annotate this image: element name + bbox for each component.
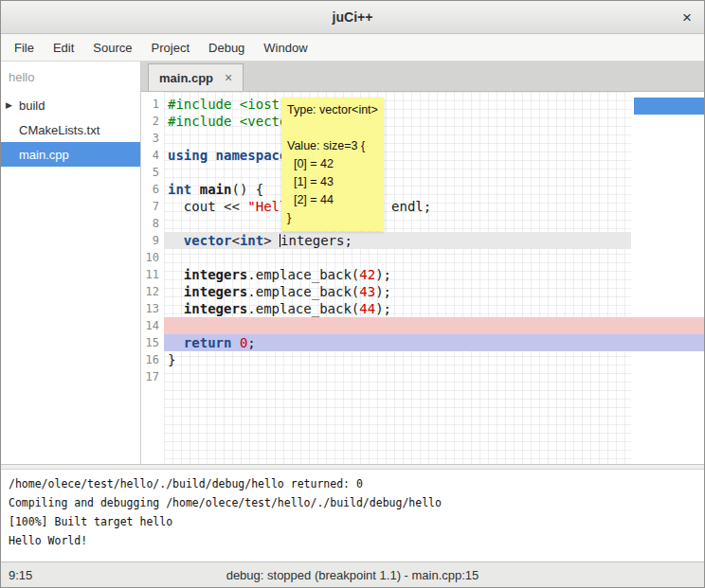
code-token: integers (184, 267, 247, 282)
code-token: > (263, 233, 280, 248)
tree-item-cmakelists-txt[interactable]: CMakeLists.txt (1, 117, 140, 142)
code-token: integers (184, 284, 247, 299)
code-token: int (240, 233, 263, 248)
code-token: vector (184, 233, 232, 248)
code-line-7[interactable]: cout << "Hello World!" << endl; (164, 198, 704, 215)
line-number[interactable]: 10 (141, 249, 164, 266)
code-token (231, 335, 239, 350)
code-token: int (168, 182, 191, 197)
tooltip-line: } (287, 209, 378, 227)
status-debug-text: debug: stopped (breakpoint 1.1) - main.c… (1, 568, 704, 582)
tooltip-line: Value: size=3 { (287, 137, 378, 155)
line-number[interactable]: 13 (141, 300, 164, 317)
tab-main-cpp[interactable]: main.cpp × (148, 63, 244, 91)
app-window: juCi++ × FileEditSourceProjectDebugWindo… (0, 0, 705, 588)
code-line-14[interactable] (164, 317, 704, 334)
tree-item-build[interactable]: ▶build (1, 93, 140, 117)
code-token: .emplace_back( (247, 284, 359, 299)
tree-item-label: build (17, 98, 45, 113)
line-number[interactable]: 2 (141, 113, 164, 130)
tree-item-label: CMakeLists.txt (17, 123, 99, 137)
file-tree: ▶buildCMakeLists.txtmain.cpp (1, 93, 140, 167)
code-line-8[interactable] (164, 215, 704, 232)
terminal-line: /home/olece/test/hello/./build/debug/hel… (9, 474, 696, 493)
terminal-line: Compiling and debugging /home/olece/test… (9, 493, 696, 512)
code-token: main (200, 182, 232, 197)
line-number[interactable]: 3 (141, 130, 164, 147)
line-number[interactable]: 8 (141, 215, 164, 232)
tooltip-line: [1] = 43 (287, 173, 378, 191)
menu-item-edit[interactable]: Edit (44, 36, 83, 60)
code-token (168, 267, 184, 282)
code-line-3[interactable] (164, 130, 704, 147)
menu-item-file[interactable]: File (5, 36, 44, 60)
code-area[interactable]: #include <iostream>#include <vector>usin… (164, 92, 704, 464)
line-number[interactable]: 5 (141, 164, 164, 181)
code-token: integers (184, 301, 247, 316)
editor-pane: main.cpp × 1234567891011121314151617 #in… (141, 62, 704, 464)
project-name: hello (1, 62, 140, 93)
terminal-output[interactable]: /home/olece/test/hello/./build/debug/hel… (1, 470, 704, 561)
code-line-11[interactable]: integers.emplace_back(42); (164, 266, 704, 283)
code-token: < (231, 233, 239, 248)
code-line-4[interactable]: using namespace std; (164, 147, 704, 164)
code-line-6[interactable]: int main() { (164, 181, 704, 198)
line-number[interactable]: 17 (141, 368, 164, 385)
menu-item-debug[interactable]: Debug (199, 36, 254, 60)
code-line-13[interactable]: integers.emplace_back(44); (164, 300, 704, 317)
code-token (168, 233, 184, 248)
status-bar: debug: stopped (breakpoint 1.1) - main.c… (1, 561, 704, 587)
code-line-15[interactable]: return 0; (164, 334, 704, 351)
code-token: () { (231, 182, 263, 197)
terminal-line: [100%] Built target hello (9, 512, 696, 531)
terminal-line: Hello World! (9, 531, 696, 550)
menu-bar: FileEditSourceProjectDebugWindow (1, 34, 704, 62)
code-token: cout << (168, 199, 247, 214)
code-line-2[interactable]: #include <vector> (164, 113, 704, 130)
menu-item-window[interactable]: Window (254, 36, 316, 60)
code-token: ); (375, 267, 391, 282)
code-token: return (184, 335, 232, 350)
code-line-5[interactable] (164, 164, 704, 181)
code-token: ); (375, 284, 391, 299)
code-line-12[interactable]: integers.emplace_back(43); (164, 283, 704, 300)
line-number[interactable]: 7 (141, 198, 164, 215)
line-number[interactable]: 1 (141, 96, 164, 113)
code-line-10[interactable] (164, 249, 704, 266)
line-number[interactable]: 6 (141, 181, 164, 198)
window-title: juCi++ (333, 9, 373, 25)
line-number-gutter: 1234567891011121314151617 (141, 92, 164, 464)
tab-close-icon[interactable]: × (225, 70, 232, 85)
code-editor[interactable]: 1234567891011121314151617 #include <iost… (141, 92, 704, 464)
line-number[interactable]: 11 (141, 266, 164, 283)
close-icon[interactable]: × (682, 9, 692, 26)
tooltip-line (287, 119, 378, 137)
tooltip-line: [2] = 44 (287, 191, 378, 209)
line-number[interactable]: 4 (141, 147, 164, 164)
line-number[interactable]: 16 (141, 351, 164, 368)
line-number[interactable]: 9 (141, 232, 164, 249)
scrollbar-thumb[interactable] (634, 98, 704, 115)
code-token (168, 335, 184, 350)
code-token: 42 (359, 267, 375, 282)
code-token: } (168, 352, 175, 367)
code-line-9[interactable]: vector<int> integers; (164, 232, 704, 249)
code-token: ); (375, 301, 391, 316)
main-area: hello ▶buildCMakeLists.txtmain.cpp main.… (1, 62, 704, 464)
code-token: 43 (359, 284, 375, 299)
code-token (168, 284, 184, 299)
tree-item-main-cpp[interactable]: main.cpp (1, 142, 140, 167)
menu-item-project[interactable]: Project (142, 36, 199, 60)
menu-item-source[interactable]: Source (83, 36, 141, 60)
expander-icon[interactable]: ▶ (1, 100, 17, 110)
code-token: .emplace_back( (247, 301, 359, 316)
code-token: ; (247, 335, 255, 350)
code-line-17[interactable] (164, 368, 704, 385)
line-number[interactable]: 14 (141, 317, 164, 334)
code-token: using namespace (168, 148, 287, 163)
code-line-1[interactable]: #include <iostream> (164, 96, 704, 113)
code-line-16[interactable]: } (164, 351, 704, 368)
line-number[interactable]: 12 (141, 283, 164, 300)
tab-bar: main.cpp × (141, 62, 704, 92)
line-number[interactable]: 15 (141, 334, 164, 351)
